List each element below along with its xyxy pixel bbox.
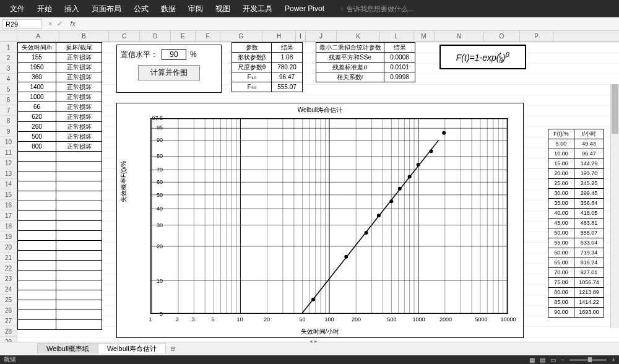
ribbon-tab-6[interactable]: 审阅 <box>182 4 209 13</box>
row-header-28[interactable]: 28 <box>0 326 17 337</box>
table-cell[interactable]: 60.00 <box>548 248 574 258</box>
table-cell[interactable]: 356.84 <box>574 199 604 209</box>
table-cell[interactable]: 555.07 <box>272 82 303 92</box>
name-box[interactable] <box>2 19 42 29</box>
col-header-B[interactable]: B <box>59 31 109 41</box>
table-cell[interactable]: 1400 <box>18 82 56 92</box>
table-cell[interactable]: 25.00 <box>548 179 574 189</box>
row-header-10[interactable]: 10 <box>0 137 17 147</box>
calculate-button[interactable]: 计算并作图 <box>138 65 200 80</box>
table-cell[interactable]: 90.00 <box>548 308 574 318</box>
table-cell[interactable]: 正常损坏 <box>56 72 102 82</box>
zoom-slider[interactable] <box>569 359 607 361</box>
table-cell[interactable]: F₁₀ <box>232 72 272 82</box>
table-cell[interactable]: 1950 <box>18 63 56 72</box>
table-cell[interactable]: 0.0008 <box>384 53 415 63</box>
table-cell[interactable]: 1414.22 <box>574 298 604 308</box>
table-cell[interactable]: 633.04 <box>574 238 604 248</box>
accept-icon[interactable]: ✓ <box>57 20 63 28</box>
row-header-6[interactable]: 6 <box>0 95 17 105</box>
row-header-22[interactable]: 22 <box>0 263 17 274</box>
row-header-7[interactable]: 7 <box>0 105 17 116</box>
scrollbar-thumb[interactable] <box>612 84 618 134</box>
hscroll-indicator[interactable]: ◂ ▸ <box>310 338 318 344</box>
select-all-corner[interactable] <box>0 31 17 41</box>
row-header-25[interactable]: 25 <box>0 295 17 305</box>
row-header-20[interactable]: 20 <box>0 242 17 253</box>
col-header-E[interactable]: E <box>171 31 196 41</box>
table-cell[interactable]: 70.00 <box>548 268 574 278</box>
table-cell[interactable]: 418.05 <box>574 209 604 219</box>
table-cell[interactable]: 15.00 <box>548 159 574 169</box>
tell-me[interactable]: 告诉我您想要做什么... <box>339 4 413 14</box>
row-header-24[interactable]: 24 <box>0 284 17 295</box>
sheet-tab-0[interactable]: Weibull概率纸 <box>37 343 98 353</box>
table-cell[interactable]: 0.0101 <box>384 63 415 72</box>
col-header-L[interactable]: L <box>380 31 413 41</box>
row-header-23[interactable]: 23 <box>0 274 17 284</box>
row-header-14[interactable]: 14 <box>0 179 17 189</box>
table-cell[interactable]: 正常损坏 <box>56 122 102 132</box>
row-header-17[interactable]: 17 <box>0 210 17 221</box>
grid[interactable]: 1234567891011121314151617181920212223242… <box>0 42 619 350</box>
col-header-F[interactable]: F <box>196 31 220 41</box>
table-cell[interactable]: 正常损坏 <box>56 112 102 122</box>
row-header-3[interactable]: 3 <box>0 63 17 74</box>
col-header-O[interactable]: O <box>484 31 520 41</box>
table-cell[interactable]: 1056.74 <box>574 278 604 288</box>
table-cell[interactable]: 1213.89 <box>574 288 604 298</box>
vertical-scrollbar[interactable] <box>610 84 619 328</box>
row-header-11[interactable]: 11 <box>0 147 17 158</box>
col-header-H[interactable]: H <box>262 31 296 41</box>
ribbon-tab-0[interactable]: 文件 <box>4 4 31 13</box>
col-header-K[interactable]: K <box>337 31 380 41</box>
row-header-15[interactable]: 15 <box>0 189 17 200</box>
confidence-input[interactable] <box>162 49 186 60</box>
table-cell[interactable]: 1000 <box>18 92 56 102</box>
table-cell[interactable]: 30.00 <box>548 189 574 199</box>
ribbon-tab-5[interactable]: 数据 <box>155 4 182 13</box>
table-cell[interactable]: 719.34 <box>574 248 604 258</box>
table-cell[interactable]: 35.00 <box>548 199 574 209</box>
ribbon-tab-7[interactable]: 视图 <box>209 4 236 13</box>
table-cell[interactable]: 正常损坏 <box>56 82 102 92</box>
table-cell[interactable]: 193.70 <box>574 169 604 179</box>
table-cell[interactable]: 620 <box>18 112 56 122</box>
table-cell[interactable]: 1693.00 <box>574 308 604 318</box>
row-header-12[interactable]: 12 <box>0 158 17 168</box>
col-header-C[interactable]: C <box>109 31 140 41</box>
table-cell[interactable]: 正常损坏 <box>56 102 102 112</box>
col-header-I[interactable]: I <box>296 31 306 41</box>
table-cell[interactable]: 75.00 <box>548 278 574 288</box>
zoom-out-icon[interactable]: − <box>561 357 565 363</box>
row-header-16[interactable]: 16 <box>0 200 17 210</box>
table-cell[interactable]: 360 <box>18 72 56 82</box>
row-header-2[interactable]: 2 <box>0 53 17 63</box>
table-cell[interactable]: 55.00 <box>548 238 574 248</box>
col-header-P[interactable]: P <box>520 31 553 41</box>
table-cell[interactable]: 155 <box>18 53 56 63</box>
row-header-9[interactable]: 9 <box>0 126 17 137</box>
ribbon-tab-8[interactable]: 开发工具 <box>236 4 279 13</box>
table-cell[interactable]: 96.47 <box>272 72 303 82</box>
table-cell[interactable]: 0.9998 <box>384 72 415 82</box>
table-cell[interactable]: 483.81 <box>574 219 604 228</box>
ribbon-tab-1[interactable]: 开始 <box>31 4 58 13</box>
row-header-18[interactable]: 18 <box>0 221 17 232</box>
col-header-G[interactable]: G <box>220 31 262 41</box>
table-cell[interactable]: 816.24 <box>574 258 604 268</box>
ribbon-tab-9[interactable]: Power Pivot <box>279 4 331 13</box>
col-header-N[interactable]: N <box>435 31 484 41</box>
table-cell[interactable]: 尺度参数θ <box>232 63 272 72</box>
row-header-21[interactable]: 21 <box>0 253 17 263</box>
col-header-A[interactable]: A <box>17 31 59 41</box>
table-cell[interactable]: 5.00 <box>548 139 574 149</box>
zoom-in-icon[interactable]: + <box>612 357 615 363</box>
table-cell[interactable]: 正常损坏 <box>56 63 102 72</box>
table-cell[interactable]: F₅₀ <box>232 82 272 92</box>
add-sheet-button[interactable]: ⊕ <box>165 344 181 354</box>
row-header-4[interactable]: 4 <box>0 74 17 84</box>
cancel-icon[interactable]: × <box>48 20 52 28</box>
table-cell[interactable]: 1.08 <box>272 53 303 63</box>
ribbon-tab-2[interactable]: 插入 <box>58 4 85 13</box>
